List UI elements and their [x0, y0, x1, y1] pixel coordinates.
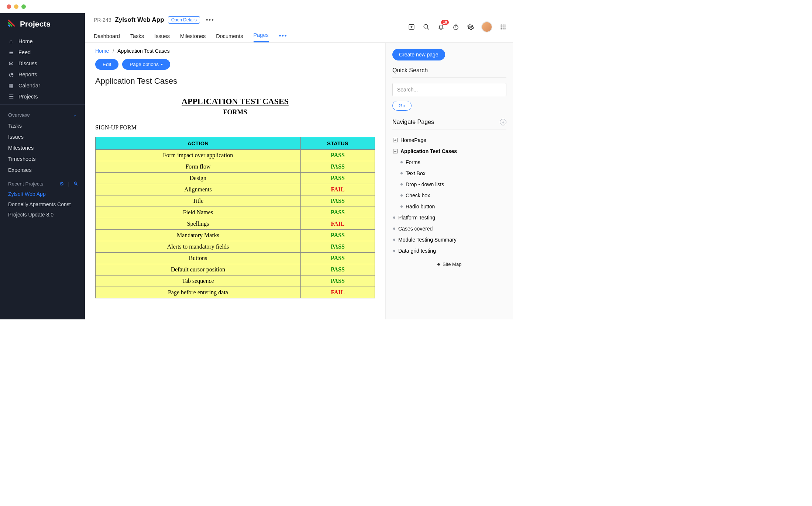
tab-milestones[interactable]: Milestones	[180, 33, 206, 42]
gear-icon[interactable]	[467, 23, 475, 31]
table-row: TitlePASS	[96, 195, 375, 207]
sub-issues[interactable]: Issues	[0, 131, 85, 142]
table-row: SpellingsFAIL	[96, 218, 375, 230]
tree-label: Forms	[406, 159, 420, 165]
pages-tree: + HomePage − Application Test Cases Form…	[392, 135, 506, 256]
cell-status: FAIL	[300, 218, 375, 230]
page-actions: Edit Page options▾	[95, 59, 375, 70]
cell-action: Form impact over application	[96, 150, 301, 161]
page-title: Application Test Cases	[95, 76, 375, 86]
breadcrumb-home[interactable]: Home	[95, 48, 109, 54]
tab-label: Documents	[216, 33, 243, 39]
nav-calendar[interactable]: ▦Calendar	[0, 80, 85, 91]
search-input[interactable]	[392, 83, 506, 96]
nav-home[interactable]: ⌂Home	[0, 36, 85, 47]
cell-status: PASS	[300, 264, 375, 275]
svg-point-4	[500, 24, 502, 25]
site-map-link[interactable]: ♣Site Map	[392, 261, 506, 267]
go-button[interactable]: Go	[392, 101, 412, 111]
tab-issues[interactable]: Issues	[154, 33, 170, 42]
nav-label: Calendar	[18, 83, 40, 89]
collapse-icon[interactable]: −	[393, 149, 398, 153]
tree-node[interactable]: Text Box	[400, 168, 506, 179]
tree-node[interactable]: Check box	[400, 190, 506, 201]
search-icon[interactable]: 🔍︎	[73, 181, 78, 187]
tab-dashboard[interactable]: Dashboard	[94, 33, 120, 42]
sub-expenses[interactable]: Expenses	[0, 164, 85, 176]
tree-node[interactable]: Cases covered	[392, 223, 506, 234]
tree-node[interactable]: Drop - down lists	[400, 179, 506, 190]
tab-documents[interactable]: Documents	[216, 33, 243, 42]
bell-icon[interactable]: 10	[437, 23, 445, 31]
bullet-icon	[393, 239, 395, 241]
nav-projects[interactable]: ☰Projects	[0, 91, 85, 102]
cell-status: PASS	[300, 173, 375, 184]
tree-label: Platform Testing	[398, 215, 435, 221]
search-icon[interactable]	[422, 23, 430, 31]
sub-milestones[interactable]: Milestones	[0, 142, 85, 153]
cell-action: Field Names	[96, 207, 301, 218]
tree-node[interactable]: Forms	[400, 157, 506, 168]
nav-label: Reports	[18, 72, 37, 77]
create-page-button[interactable]: Create new page	[392, 49, 445, 60]
sub-label: Tasks	[8, 123, 22, 129]
tree-node-homepage[interactable]: + HomePage	[392, 135, 506, 146]
more-icon[interactable]: •••	[204, 17, 217, 23]
nav-discuss[interactable]: ✉Discuss	[0, 58, 85, 69]
cell-action: Mandatory Marks	[96, 230, 301, 241]
window-minimize-dot[interactable]	[14, 4, 18, 9]
sub-label: Issues	[8, 134, 24, 140]
cell-status: PASS	[300, 161, 375, 173]
project-code: PR-243	[94, 17, 111, 23]
tabs-more-icon[interactable]: •••	[279, 32, 288, 42]
sitemap-icon: ♣	[437, 261, 441, 267]
recent-project-item[interactable]: Donnelly Apartments Const	[0, 199, 85, 209]
cell-action: Buttons	[96, 253, 301, 264]
open-details-button[interactable]: Open Details	[168, 16, 200, 24]
nav-feed[interactable]: ≣Feed	[0, 47, 85, 58]
tab-tasks[interactable]: Tasks	[130, 33, 144, 42]
table-row: DesignPASS	[96, 173, 375, 184]
expand-icon[interactable]: +	[393, 138, 398, 142]
window-close-dot[interactable]	[7, 4, 11, 9]
table-row: ButtonsPASS	[96, 253, 375, 264]
sub-timesheets[interactable]: Timesheets	[0, 153, 85, 164]
stopwatch-icon[interactable]	[452, 23, 460, 31]
caret-down-icon: ▾	[161, 62, 163, 66]
tree-node[interactable]: Radio button	[400, 201, 506, 212]
sub-tasks[interactable]: Tasks	[0, 120, 85, 131]
svg-point-10	[500, 28, 502, 30]
calendar-icon: ▦	[8, 83, 14, 89]
avatar[interactable]	[481, 21, 492, 32]
window-zoom-dot[interactable]	[21, 4, 26, 9]
nav-reports[interactable]: ◔Reports	[0, 69, 85, 80]
page-options-button[interactable]: Page options▾	[122, 59, 170, 70]
cell-action: Spellings	[96, 218, 301, 230]
tree-node[interactable]: Data grid testing	[392, 245, 506, 256]
breadcrumb-sep: /	[113, 48, 114, 54]
recent-project-item[interactable]: Zylsoft Web App	[0, 189, 85, 199]
recent-project-item[interactable]: Projects Update 8.0	[0, 209, 85, 220]
svg-point-9	[505, 27, 506, 28]
tree-node[interactable]: Platform Testing	[392, 212, 506, 223]
tab-label: Issues	[154, 33, 170, 39]
table-row: Page before entering dataFAIL	[96, 287, 375, 298]
apps-grid-icon[interactable]	[499, 23, 507, 31]
filter-icon[interactable]: ⚙	[59, 181, 64, 187]
tab-pages[interactable]: Pages	[254, 32, 269, 42]
tree-label: Cases covered	[398, 226, 433, 232]
edit-button[interactable]: Edit	[95, 59, 118, 70]
table-row: Form flowPASS	[96, 161, 375, 173]
overview-section[interactable]: Overview ⌄	[0, 107, 85, 120]
add-page-icon[interactable]: +	[500, 119, 506, 125]
tree-label: Text Box	[406, 170, 426, 176]
add-icon[interactable]	[407, 23, 416, 31]
cell-status: PASS	[300, 275, 375, 287]
tree-node[interactable]: Module Testing Summary	[392, 234, 506, 245]
bullet-icon	[393, 216, 395, 219]
cell-status: PASS	[300, 150, 375, 161]
top-actions: 10	[407, 21, 507, 32]
home-icon: ⌂	[8, 38, 14, 44]
tree-node-app-test-cases[interactable]: − Application Test Cases	[392, 146, 506, 157]
cell-status: PASS	[300, 241, 375, 253]
